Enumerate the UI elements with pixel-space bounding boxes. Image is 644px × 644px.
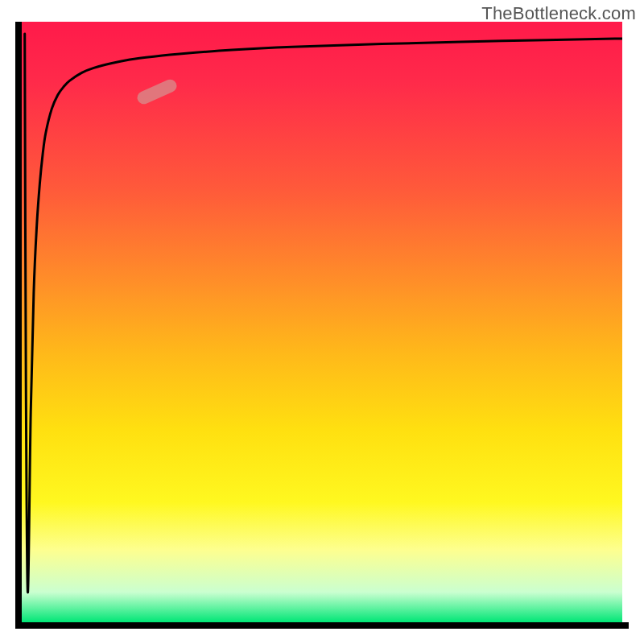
x-axis [15,622,629,629]
watermark-text: TheBottleneck.com [481,3,636,24]
plot-background [22,22,622,622]
y-axis [15,22,22,622]
